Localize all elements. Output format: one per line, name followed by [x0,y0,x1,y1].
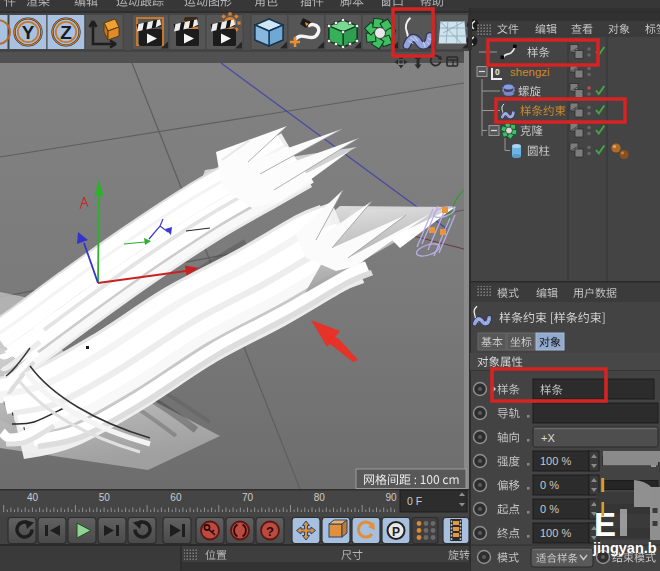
svg-text:Y: Y [22,22,35,43]
svg-text:jingyan.b: jingyan.b [592,540,657,556]
svg-text:shengzi: shengzi [510,66,550,78]
svg-text:0 %: 0 % [540,479,559,491]
svg-text:60: 60 [170,492,182,503]
svg-text:E: E [594,506,616,543]
svg-text:0: 0 [495,67,500,77]
svg-text:50: 50 [99,492,111,503]
svg-text:80: 80 [314,492,326,503]
svg-text:Z: Z [60,22,72,43]
svg-text:70: 70 [242,492,254,503]
svg-text:0 %: 0 % [540,503,559,515]
svg-text:0 F: 0 F [407,495,422,507]
svg-text:40: 40 [27,492,39,503]
svg-text:90: 90 [385,492,397,503]
svg-text:?: ? [266,524,274,539]
svg-text:100 %: 100 % [540,527,571,539]
svg-text:P: P [392,525,400,539]
svg-text:100 %: 100 % [540,455,571,467]
svg-text:+X: +X [541,432,555,444]
